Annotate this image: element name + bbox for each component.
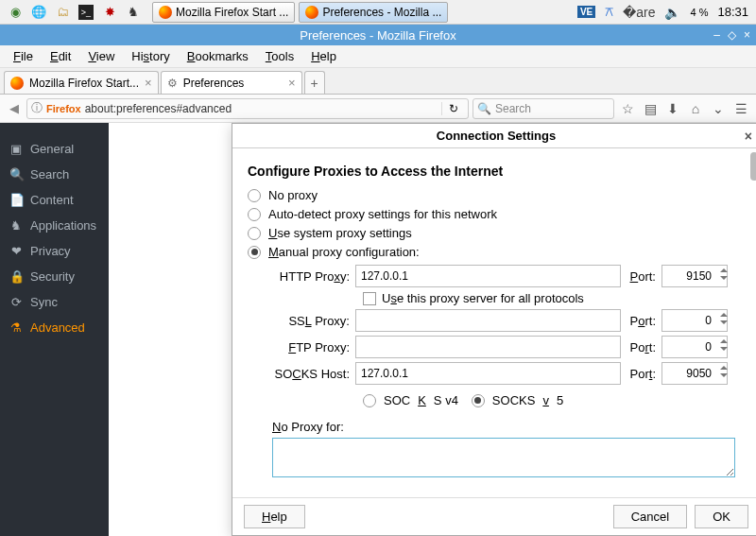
downloads-icon[interactable]: ⬇ — [663, 101, 682, 116]
general-icon: ▣ — [9, 142, 23, 156]
radio-no-proxy[interactable]: No proxy — [248, 188, 745, 202]
new-tab-button[interactable]: + — [304, 71, 325, 94]
info-icon[interactable]: ⓘ — [31, 100, 43, 116]
home-icon[interactable]: ⌂ — [686, 101, 705, 116]
ssl-port-input[interactable] — [662, 309, 728, 332]
sidebar-item-advanced[interactable]: ⚗Advanced — [0, 315, 109, 340]
volume-icon[interactable]: 🔈 — [664, 5, 680, 20]
sidebar-item-sync[interactable]: ⟳Sync — [0, 289, 109, 315]
radio-manual-proxy[interactable]: Manual proxy configuration: — [248, 245, 745, 259]
socks-port-input[interactable] — [662, 362, 728, 385]
minimize-icon[interactable]: – — [713, 28, 720, 42]
port-label: Port: — [630, 367, 656, 381]
close-icon[interactable]: × — [288, 76, 296, 90]
sidebar-item-security[interactable]: 🔒Security — [0, 264, 109, 289]
bookmark-star-icon[interactable]: ☆ — [618, 101, 637, 116]
window-controls: – ◇ × — [713, 28, 750, 42]
sidebar-item-applications[interactable]: ♞Applications — [0, 213, 109, 238]
radio-auto-detect[interactable]: Auto-detect proxy settings for this netw… — [248, 207, 745, 221]
radio-icon[interactable] — [248, 189, 261, 202]
ssl-proxy-label: SSL Proxy: — [274, 314, 350, 328]
terminal-icon[interactable]: >_ — [78, 5, 94, 20]
menu-icon[interactable]: ◉ — [8, 5, 23, 20]
ssl-proxy-input[interactable] — [355, 309, 621, 332]
window-title: Preferences - Mozilla Firefox — [300, 28, 455, 43]
taskbar-button-firefox-start[interactable]: Mozilla Firefox Start ... — [152, 2, 295, 23]
bluetooth-icon[interactable]: ⚻ — [605, 4, 613, 20]
reload-icon[interactable]: ↻ — [441, 102, 464, 115]
connection-settings-dialog: Connection Settings × Configure Proxies … — [232, 123, 756, 536]
radio-socks4[interactable]: SOCKS v4 — [363, 393, 458, 407]
ftp-port-input[interactable] — [662, 336, 728, 358]
http-proxy-label: HTTP Proxy: — [274, 269, 350, 284]
menu-help[interactable]: Help — [303, 47, 344, 65]
preferences-page: ▣General 🔍Search 📄Content ♞Applications … — [0, 123, 756, 536]
back-button[interactable]: ◀ — [6, 101, 23, 115]
maximize-icon[interactable]: ◇ — [728, 28, 736, 42]
ftp-proxy-label: FTP Proxy: — [274, 340, 350, 354]
dialog-body: Configure Proxies to Access the Internet… — [232, 148, 756, 497]
files-icon[interactable]: 🗂 — [55, 5, 70, 20]
no-proxy-for-input[interactable] — [272, 438, 735, 477]
checkbox-icon[interactable] — [363, 292, 376, 305]
content-icon: 📄 — [9, 193, 23, 207]
taskbar-button-preferences[interactable]: Preferences - Mozilla ... — [299, 2, 448, 23]
sidebar-item-search[interactable]: 🔍Search — [0, 162, 109, 187]
radio-icon[interactable] — [472, 394, 485, 407]
taskbar-label: Preferences - Mozilla ... — [322, 6, 441, 19]
address-bar[interactable]: ⓘ Firefox about:preferences#advanced ↻ — [26, 98, 469, 119]
globe-icon[interactable]: 🌐 — [31, 5, 46, 20]
menu-history[interactable]: History — [124, 47, 177, 65]
tab-firefox-start[interactable]: Mozilla Firefox Start... × — [4, 71, 159, 94]
close-icon[interactable]: × — [745, 129, 752, 144]
tab-strip: Mozilla Firefox Start... × ⚙ Preferences… — [0, 68, 756, 95]
radio-socks5[interactable]: SOCKS v5 — [472, 393, 563, 407]
applications-icon: ♞ — [9, 218, 23, 233]
wifi-icon[interactable]: �are — [623, 5, 655, 20]
advanced-icon: ⚗ — [9, 320, 23, 335]
radio-icon[interactable] — [248, 227, 261, 240]
ok-button[interactable]: OK — [695, 505, 748, 528]
no-proxy-for-label: No Proxy for: — [272, 420, 745, 434]
library-icon[interactable]: ▤ — [641, 101, 660, 116]
tab-preferences[interactable]: ⚙ Preferences × — [161, 71, 302, 94]
http-port-input[interactable] — [662, 265, 728, 287]
close-icon[interactable]: × — [744, 28, 750, 42]
amarok-icon[interactable]: ♞ — [126, 5, 141, 20]
radio-icon[interactable] — [248, 208, 261, 221]
socks-host-input[interactable] — [355, 362, 621, 385]
sidebar-item-content[interactable]: 📄Content — [0, 187, 109, 213]
scrollbar-thumb[interactable] — [750, 152, 756, 181]
menu-view[interactable]: View — [80, 47, 122, 65]
battery-status[interactable]: 4 % — [690, 7, 708, 18]
radio-system-proxy[interactable]: Use system proxy settings — [248, 226, 745, 240]
scrollbar[interactable] — [750, 152, 756, 493]
cancel-button[interactable]: Cancel — [613, 505, 687, 528]
close-icon[interactable]: × — [145, 76, 152, 90]
hamburger-icon[interactable]: ☰ — [731, 101, 750, 116]
help-button[interactable]: Help — [244, 505, 305, 528]
pocket-icon[interactable]: ⌄ — [709, 101, 728, 116]
tab-label: Mozilla Firefox Start... — [29, 77, 139, 90]
radio-icon[interactable] — [363, 394, 376, 407]
menu-bookmarks[interactable]: Bookmarks — [180, 47, 256, 65]
firefox-icon — [10, 77, 24, 90]
ftp-proxy-input[interactable] — [355, 336, 621, 358]
menu-edit[interactable]: Edit — [43, 47, 78, 65]
proxy-config-grid: HTTP Proxy: Port: Use this proxy server … — [274, 265, 745, 412]
url-text: about:preferences#advanced — [85, 102, 232, 115]
bug-icon[interactable]: ✸ — [102, 5, 117, 20]
menu-file[interactable]: File — [6, 47, 41, 65]
menu-tools[interactable]: Tools — [258, 47, 301, 65]
use-for-all-checkbox-row[interactable]: Use this proxy server for all protocols — [363, 291, 745, 305]
dialog-titlebar: Connection Settings × — [232, 124, 756, 148]
menu-bar: File Edit View History Bookmarks Tools H… — [0, 45, 756, 68]
sidebar-item-general[interactable]: ▣General — [0, 136, 109, 162]
vnc-icon[interactable]: VE — [577, 6, 595, 18]
radio-icon[interactable] — [248, 246, 261, 259]
sidebar-item-privacy[interactable]: ❤Privacy — [0, 238, 109, 264]
search-box[interactable]: 🔍 Search — [472, 98, 614, 119]
http-proxy-input[interactable] — [355, 265, 621, 287]
clock[interactable]: 18:31 — [717, 5, 748, 19]
search-icon: 🔍 — [9, 167, 23, 182]
